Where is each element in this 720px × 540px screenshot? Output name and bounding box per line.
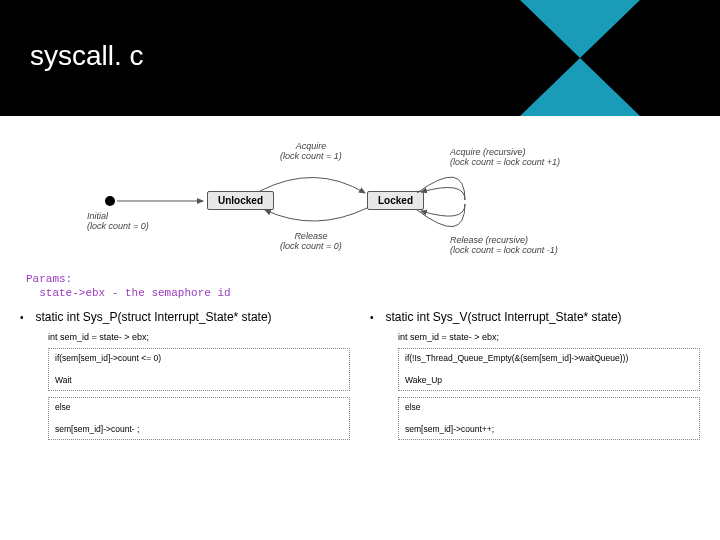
sys-v-var: int sem_id = state- > ebx; [398, 332, 700, 342]
right-column: • static int Sys_V(struct Interrupt_Stat… [370, 310, 700, 446]
bullet: • [370, 310, 374, 323]
sys-p-if-box: if(sem[sem_id]->count <= 0) Wait [48, 348, 350, 391]
sys-p-else-box: else sem[sem_id]->count- ; [48, 397, 350, 440]
decorative-triangles [520, 0, 640, 116]
sys-v-if-box: if(!Is_Thread_Queue_Empty(&(sem[sem_id]-… [398, 348, 700, 391]
sys-v-else-box: else sem[sem_id]->count++; [398, 397, 700, 440]
code-columns: • static int Sys_P(struct Interrupt_Stat… [20, 310, 700, 446]
left-column: • static int Sys_P(struct Interrupt_Stat… [20, 310, 350, 446]
params-line2: state->ebx - the semaphore id [26, 286, 231, 300]
diagram-arrows [105, 118, 615, 268]
params-comment: Params: state->ebx - the semaphore id [26, 272, 231, 301]
slide-header: syscall. c [0, 0, 720, 116]
state-diagram: Initial (lock count = 0) Unlocked Locked… [105, 118, 615, 268]
sys-p-var: int sem_id = state- > ebx; [48, 332, 350, 342]
sys-v-signature: static int Sys_V(struct Interrupt_State*… [386, 310, 622, 324]
params-line1: Params: [26, 272, 231, 286]
sys-p-signature: static int Sys_P(struct Interrupt_State*… [36, 310, 272, 324]
bullet: • [20, 310, 24, 323]
